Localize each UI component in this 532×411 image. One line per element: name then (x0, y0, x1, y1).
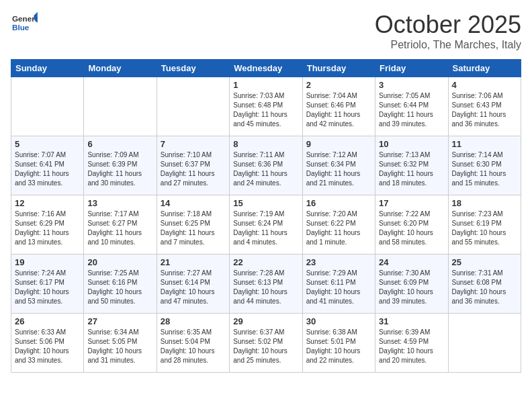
day-cell: 18Sunrise: 7:23 AM Sunset: 6:19 PM Dayli… (448, 195, 521, 255)
day-cell: 19Sunrise: 7:24 AM Sunset: 6:17 PM Dayli… (11, 255, 84, 314)
day-cell: 11Sunrise: 7:14 AM Sunset: 6:30 PM Dayli… (448, 136, 521, 195)
day-cell: 20Sunrise: 7:25 AM Sunset: 6:16 PM Dayli… (84, 255, 157, 314)
day-info: Sunrise: 7:11 AM Sunset: 6:36 PM Dayligh… (233, 150, 298, 188)
day-number: 29 (233, 316, 298, 326)
day-cell (84, 77, 157, 136)
day-cell: 21Sunrise: 7:27 AM Sunset: 6:14 PM Dayli… (157, 255, 229, 314)
day-info: Sunrise: 7:20 AM Sunset: 6:22 PM Dayligh… (306, 210, 371, 247)
logo: General Blue (11, 11, 40, 35)
day-cell: 8Sunrise: 7:11 AM Sunset: 6:36 PM Daylig… (230, 136, 302, 195)
day-cell: 24Sunrise: 7:30 AM Sunset: 6:09 PM Dayli… (375, 255, 448, 314)
day-info: Sunrise: 7:31 AM Sunset: 6:08 PM Dayligh… (452, 269, 517, 306)
day-number: 27 (87, 316, 152, 326)
day-cell: 5Sunrise: 7:07 AM Sunset: 6:41 PM Daylig… (11, 136, 84, 195)
day-number: 24 (379, 257, 444, 267)
day-cell: 22Sunrise: 7:28 AM Sunset: 6:13 PM Dayli… (230, 255, 302, 314)
day-number: 4 (452, 80, 517, 90)
day-number: 3 (379, 80, 444, 90)
day-number: 23 (306, 257, 371, 267)
day-cell: 23Sunrise: 7:29 AM Sunset: 6:11 PM Dayli… (302, 255, 375, 314)
day-number: 20 (87, 257, 152, 267)
day-cell: 26Sunrise: 6:33 AM Sunset: 5:06 PM Dayli… (11, 314, 84, 373)
day-info: Sunrise: 7:09 AM Sunset: 6:39 PM Dayligh… (87, 150, 152, 188)
day-number: 22 (233, 257, 298, 267)
day-info: Sunrise: 7:30 AM Sunset: 6:09 PM Dayligh… (379, 269, 444, 306)
day-number: 11 (452, 139, 517, 149)
day-info: Sunrise: 7:27 AM Sunset: 6:14 PM Dayligh… (161, 269, 226, 306)
day-cell: 4Sunrise: 7:06 AM Sunset: 6:43 PM Daylig… (448, 77, 521, 136)
day-info: Sunrise: 7:10 AM Sunset: 6:37 PM Dayligh… (161, 150, 226, 188)
day-info: Sunrise: 7:19 AM Sunset: 6:24 PM Dayligh… (233, 210, 298, 247)
day-info: Sunrise: 7:05 AM Sunset: 6:44 PM Dayligh… (379, 91, 444, 129)
day-info: Sunrise: 6:37 AM Sunset: 5:02 PM Dayligh… (233, 328, 298, 365)
day-number: 10 (379, 139, 444, 149)
day-number: 21 (161, 257, 226, 267)
day-info: Sunrise: 7:28 AM Sunset: 6:13 PM Dayligh… (233, 269, 298, 306)
day-cell: 7Sunrise: 7:10 AM Sunset: 6:37 PM Daylig… (157, 136, 229, 195)
svg-text:General: General (12, 14, 38, 23)
day-cell: 29Sunrise: 6:37 AM Sunset: 5:02 PM Dayli… (230, 314, 302, 373)
day-info: Sunrise: 7:22 AM Sunset: 6:20 PM Dayligh… (379, 210, 444, 247)
day-info: Sunrise: 7:17 AM Sunset: 6:27 PM Dayligh… (87, 210, 152, 247)
day-cell (157, 77, 229, 136)
week-row-3: 12Sunrise: 7:16 AM Sunset: 6:29 PM Dayli… (11, 195, 521, 255)
day-cell: 14Sunrise: 7:18 AM Sunset: 6:25 PM Dayli… (157, 195, 229, 255)
day-cell: 17Sunrise: 7:22 AM Sunset: 6:20 PM Dayli… (375, 195, 448, 255)
col-header-wednesday: Wednesday (230, 60, 302, 77)
col-header-thursday: Thursday (302, 60, 375, 77)
day-number: 18 (452, 198, 517, 208)
week-row-5: 26Sunrise: 6:33 AM Sunset: 5:06 PM Dayli… (11, 314, 521, 373)
day-cell: 15Sunrise: 7:19 AM Sunset: 6:24 PM Dayli… (230, 195, 302, 255)
day-info: Sunrise: 7:12 AM Sunset: 6:34 PM Dayligh… (306, 150, 371, 188)
day-info: Sunrise: 6:35 AM Sunset: 5:04 PM Dayligh… (161, 328, 226, 365)
month-title: October 2025 (375, 11, 521, 39)
day-number: 25 (452, 257, 517, 267)
col-header-tuesday: Tuesday (157, 60, 229, 77)
day-info: Sunrise: 7:29 AM Sunset: 6:11 PM Dayligh… (306, 269, 371, 306)
calendar-table: SundayMondayTuesdayWednesdayThursdayFrid… (11, 59, 521, 373)
day-number: 30 (306, 316, 371, 326)
week-row-4: 19Sunrise: 7:24 AM Sunset: 6:17 PM Dayli… (11, 255, 521, 314)
week-row-1: 1Sunrise: 7:03 AM Sunset: 6:48 PM Daylig… (11, 77, 521, 136)
day-number: 15 (233, 198, 298, 208)
day-info: Sunrise: 6:33 AM Sunset: 5:06 PM Dayligh… (15, 328, 80, 365)
day-number: 5 (15, 139, 80, 149)
day-number: 2 (306, 80, 371, 90)
day-cell: 3Sunrise: 7:05 AM Sunset: 6:44 PM Daylig… (375, 77, 448, 136)
day-info: Sunrise: 7:06 AM Sunset: 6:43 PM Dayligh… (452, 91, 517, 129)
day-info: Sunrise: 7:18 AM Sunset: 6:25 PM Dayligh… (161, 210, 226, 247)
day-info: Sunrise: 7:03 AM Sunset: 6:48 PM Dayligh… (233, 91, 298, 129)
location: Petriolo, The Marches, Italy (375, 39, 521, 51)
day-info: Sunrise: 7:07 AM Sunset: 6:41 PM Dayligh… (15, 150, 80, 188)
day-info: Sunrise: 6:39 AM Sunset: 4:59 PM Dayligh… (379, 328, 444, 365)
day-cell: 30Sunrise: 6:38 AM Sunset: 5:01 PM Dayli… (302, 314, 375, 373)
day-number: 13 (87, 198, 152, 208)
day-number: 9 (306, 139, 371, 149)
day-number: 17 (379, 198, 444, 208)
day-cell: 12Sunrise: 7:16 AM Sunset: 6:29 PM Dayli… (11, 195, 84, 255)
col-header-monday: Monday (84, 60, 157, 77)
day-cell: 27Sunrise: 6:34 AM Sunset: 5:05 PM Dayli… (84, 314, 157, 373)
day-number: 16 (306, 198, 371, 208)
day-cell: 2Sunrise: 7:04 AM Sunset: 6:46 PM Daylig… (302, 77, 375, 136)
day-cell: 28Sunrise: 6:35 AM Sunset: 5:04 PM Dayli… (157, 314, 229, 373)
day-number: 31 (379, 316, 444, 326)
day-number: 7 (161, 139, 226, 149)
col-header-saturday: Saturday (448, 60, 521, 77)
day-number: 14 (161, 198, 226, 208)
day-cell (448, 314, 521, 373)
day-cell: 9Sunrise: 7:12 AM Sunset: 6:34 PM Daylig… (302, 136, 375, 195)
day-info: Sunrise: 7:13 AM Sunset: 6:32 PM Dayligh… (379, 150, 444, 188)
day-cell: 25Sunrise: 7:31 AM Sunset: 6:08 PM Dayli… (448, 255, 521, 314)
day-cell: 6Sunrise: 7:09 AM Sunset: 6:39 PM Daylig… (84, 136, 157, 195)
day-info: Sunrise: 7:04 AM Sunset: 6:46 PM Dayligh… (306, 91, 371, 129)
day-number: 6 (87, 139, 152, 149)
title-block: October 2025 Petriolo, The Marches, Ital… (375, 11, 521, 51)
week-row-2: 5Sunrise: 7:07 AM Sunset: 6:41 PM Daylig… (11, 136, 521, 195)
col-header-sunday: Sunday (11, 60, 84, 77)
day-number: 12 (15, 198, 80, 208)
day-cell: 1Sunrise: 7:03 AM Sunset: 6:48 PM Daylig… (230, 77, 302, 136)
day-info: Sunrise: 7:24 AM Sunset: 6:17 PM Dayligh… (15, 269, 80, 306)
day-number: 1 (233, 80, 298, 90)
day-cell: 31Sunrise: 6:39 AM Sunset: 4:59 PM Dayli… (375, 314, 448, 373)
